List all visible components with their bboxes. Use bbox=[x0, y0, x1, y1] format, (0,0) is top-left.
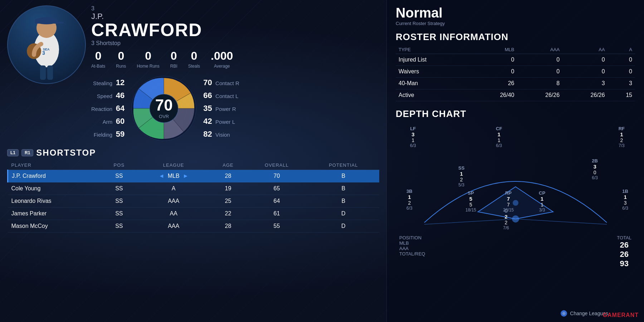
change-leagues[interactable]: ⊕ Change Leagues bbox=[561, 310, 608, 317]
pos-lf: LF 3 1 6/3 bbox=[410, 126, 416, 148]
right-panel: Normal Current Roster Strategy ROSTER IN… bbox=[386, 0, 644, 322]
svg-line-29 bbox=[516, 219, 607, 224]
table-row[interactable]: Mason McCoy SS AAA 28 55 D bbox=[8, 220, 380, 233]
strategy-section: Normal Current Roster Strategy bbox=[396, 5, 635, 26]
attr-power-l: 42 Power L bbox=[203, 117, 239, 126]
player-pos-cell: SS bbox=[101, 208, 137, 220]
roster-row: Active 26/40 26/26 26/26 15 bbox=[396, 89, 635, 101]
attr-reaction: Reaction 64 bbox=[91, 104, 125, 113]
roster-table-header: TYPE MLB AAA AA A bbox=[396, 45, 635, 54]
roster-info-section: ROSTER INFORMATION TYPE MLB AAA AA A Inj… bbox=[396, 31, 635, 101]
position-title: SHORTSTOP bbox=[36, 148, 96, 158]
player-name-cell: J.P. Crawford bbox=[8, 170, 101, 182]
position-header: L1 R1 SHORTSTOP bbox=[7, 148, 379, 158]
left-panel: SEA 3 3 J.P. CRAWFORD bbox=[0, 0, 386, 322]
player-position-name: Shortstop bbox=[96, 40, 120, 46]
attr-arm: Arm 60 bbox=[91, 117, 125, 126]
table-header: PLAYER POS LEAGUE AGE OVERALL POTENTIAL bbox=[8, 161, 380, 170]
pos-3b: 3B 1 2 6/3 bbox=[406, 189, 413, 211]
strategy-name: Normal bbox=[396, 5, 635, 21]
player-stats-row: 0 At-Bats 0 Runs 0 Home Runs 0 RBI bbox=[91, 49, 379, 69]
player-pos-cell: SS bbox=[101, 182, 137, 195]
pos-c: C 2 2 7/6 bbox=[503, 208, 509, 230]
roster-row: 40-Man 26 8 3 3 bbox=[396, 78, 635, 89]
roster-rows: Injured List 0 0 0 0 Waivers 0 0 0 0 40-… bbox=[396, 54, 635, 101]
player-overall-cell: 65 bbox=[246, 182, 307, 195]
player-potential-cell: B bbox=[308, 170, 379, 182]
gamerant-logo: GAMERANT bbox=[603, 312, 639, 318]
table-row[interactable]: Leonardo Rivas SS AAA 25 64 B bbox=[8, 195, 380, 208]
radar-chart: 70 OVR bbox=[128, 73, 200, 144]
roster-info-title: ROSTER INFORMATION bbox=[396, 31, 635, 43]
col-league: LEAGUE bbox=[137, 161, 210, 170]
pos-rf: RF 1 2 7/3 bbox=[619, 126, 625, 148]
player-avatar: SEA 3 bbox=[7, 5, 86, 84]
svg-text:3: 3 bbox=[42, 50, 45, 56]
player-potential-cell: B bbox=[308, 195, 379, 208]
player-age-cell: 25 bbox=[210, 195, 246, 208]
col-potential: POTENTIAL bbox=[308, 161, 379, 170]
ovr-display: 70 OVR bbox=[155, 97, 173, 119]
player-name-cell: Mason McCoy bbox=[8, 220, 101, 233]
stat-steals: 0 Steals bbox=[188, 49, 200, 69]
attrs-left: Stealing 12 Speed 46 Reaction 64 Arm bbox=[91, 78, 125, 139]
player-overall-cell: 70 bbox=[246, 170, 307, 182]
player-potential-cell: D bbox=[308, 208, 379, 220]
player-age-cell: 22 bbox=[210, 208, 246, 220]
player-number-pos: 3 bbox=[91, 5, 379, 12]
player-number: 3 bbox=[91, 5, 94, 11]
depth-chart-section: DEPTH CHART bbox=[396, 108, 635, 268]
baseball-field: LF 3 1 6/3 CF 1 1 6/3 RF 1 2 7/3 bbox=[396, 122, 635, 233]
roster-row: Injured List 0 0 0 0 bbox=[396, 54, 635, 66]
stat-average: .000 Average bbox=[211, 49, 233, 69]
player-age-cell: 28 bbox=[210, 220, 246, 233]
player-last-name: CRAWFORD bbox=[91, 21, 379, 39]
col-player: PLAYER bbox=[8, 161, 101, 170]
player-name-section: 3 J.P. CRAWFORD 3 Shortstop bbox=[91, 5, 379, 47]
attr-vision: 82 Vision bbox=[203, 130, 239, 139]
r1-tag[interactable]: R1 bbox=[21, 149, 33, 156]
attr-stealing: Stealing 12 bbox=[91, 78, 125, 87]
players-list: J.P. Crawford SS ◄ MLB ► 28 70 B Cole Yo… bbox=[8, 170, 380, 233]
svg-rect-4 bbox=[35, 22, 64, 24]
player-pos-cell: SS bbox=[101, 195, 137, 208]
player-overall-cell: 61 bbox=[246, 208, 307, 220]
col-age: AGE bbox=[210, 161, 246, 170]
players-table: PLAYER POS LEAGUE AGE OVERALL POTENTIAL … bbox=[7, 161, 379, 233]
pos-cp: CP 1 1 3/3 bbox=[539, 190, 545, 213]
player-position-num: 3 bbox=[91, 40, 94, 46]
change-leagues-icon: ⊕ bbox=[561, 310, 567, 317]
player-silhouette: SEA 3 bbox=[14, 8, 79, 83]
stat-rbi: 0 RBI bbox=[170, 49, 177, 69]
stat-at-bats: 0 At-Bats bbox=[91, 49, 105, 69]
summary-position: POSITION MLB AAA TOTAL/REQ bbox=[399, 235, 425, 268]
col-pos: POS bbox=[101, 161, 137, 170]
table-row[interactable]: Cole Young SS A 19 65 B bbox=[8, 182, 380, 195]
roster-table: TYPE MLB AAA AA A Injured List 0 0 0 0 W… bbox=[396, 45, 635, 101]
player-name-cell: Cole Young bbox=[8, 182, 101, 195]
player-potential-cell: D bbox=[308, 220, 379, 233]
stat-runs: 0 Runs bbox=[116, 49, 126, 69]
attr-contact-l: 66 Contact L bbox=[203, 91, 239, 100]
player-pos-cell: SS bbox=[101, 220, 137, 233]
field-svg bbox=[396, 122, 635, 233]
svg-point-30 bbox=[512, 215, 519, 223]
svg-rect-8 bbox=[40, 65, 46, 80]
l1-tag[interactable]: L1 bbox=[7, 149, 19, 156]
main-container: SEA 3 3 J.P. CRAWFORD bbox=[0, 0, 644, 322]
league-left-arrow[interactable]: ◄ bbox=[158, 173, 164, 179]
pos-2b: 2B 3 0 6/3 bbox=[592, 158, 598, 180]
pos-1b: 1B 1 3 6/3 bbox=[622, 189, 628, 211]
player-overall-cell: 64 bbox=[246, 195, 307, 208]
attributes-chart-section: Stealing 12 Speed 46 Reaction 64 Arm bbox=[91, 73, 379, 144]
pos-ss: SS 1 2 5/3 bbox=[458, 165, 464, 187]
svg-line-28 bbox=[424, 219, 516, 224]
table-row[interactable]: James Parker SS AA 22 61 D bbox=[8, 208, 380, 220]
attr-contact-r: 70 Contact R bbox=[203, 78, 239, 87]
player-position-full: 3 Shortstop bbox=[91, 40, 379, 47]
table-row[interactable]: J.P. Crawford SS ◄ MLB ► 28 70 B bbox=[8, 170, 380, 182]
player-potential-cell: B bbox=[308, 182, 379, 195]
depth-chart-summary: POSITION MLB AAA TOTAL/REQ TOTAL 26 26 9… bbox=[396, 235, 635, 268]
player-name-cell: Leonardo Rivas bbox=[8, 195, 101, 208]
league-right-arrow[interactable]: ► bbox=[183, 173, 189, 179]
